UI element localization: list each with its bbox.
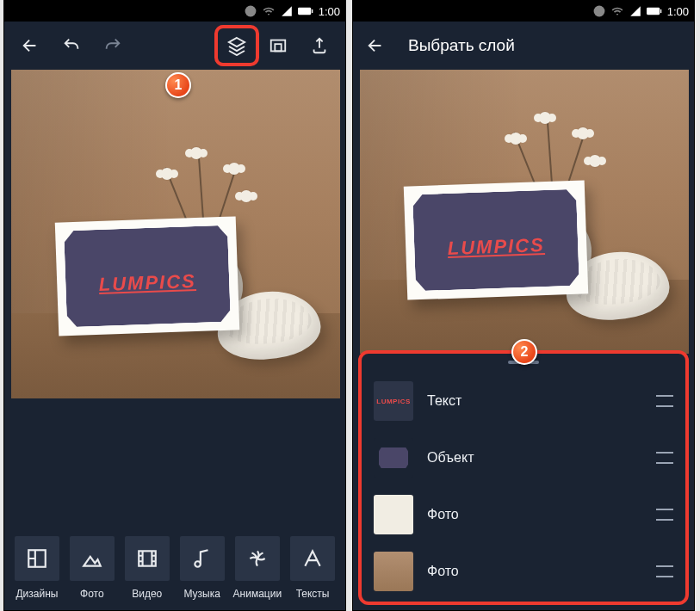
tool-music[interactable]: Музыка	[178, 536, 226, 600]
tool-animations[interactable]: Анимации	[233, 536, 282, 600]
tool-label: Тексты	[296, 588, 330, 600]
signal-icon	[281, 5, 293, 17]
back-button[interactable]	[13, 28, 47, 63]
layer-item-photo[interactable]: Фото	[370, 486, 677, 543]
layers-panel: LUMPICS Текст Объект Фото Фото	[358, 350, 689, 605]
bottom-toolbar: Дизайны Фото Видео Музыка Анимации	[4, 536, 345, 600]
svg-point-0	[245, 6, 256, 17]
status-time: 1:00	[667, 5, 689, 18]
shazam-icon	[593, 5, 605, 17]
signal-icon	[629, 5, 641, 17]
callout-1: 1	[165, 72, 191, 98]
back-button[interactable]	[358, 28, 393, 63]
tool-label: Фото	[80, 588, 104, 600]
layer-thumb	[374, 495, 413, 534]
tool-video[interactable]: Видео	[123, 536, 171, 600]
tool-label: Дизайны	[15, 588, 58, 600]
editor-canvas[interactable]: LUMPICS	[11, 70, 340, 398]
layer-label: Фото	[427, 507, 642, 522]
reorder-handle-icon[interactable]	[656, 395, 673, 407]
wifi-icon	[262, 5, 276, 17]
layer-item-object[interactable]: Объект	[370, 429, 677, 486]
svg-point-7	[593, 6, 604, 17]
tool-designs[interactable]: Дизайны	[13, 536, 61, 600]
reorder-handle-icon[interactable]	[656, 452, 673, 464]
tool-texts[interactable]: Тексты	[288, 536, 337, 600]
layer-item-text[interactable]: LUMPICS Текст	[370, 373, 677, 429]
svg-rect-6	[139, 551, 156, 565]
layer-label: Объект	[427, 450, 642, 466]
battery-icon	[298, 6, 313, 16]
tool-photo[interactable]: Фото	[68, 536, 116, 600]
wifi-icon	[610, 5, 624, 17]
callout-2: 2	[511, 339, 537, 365]
status-time: 1:00	[319, 5, 340, 18]
svg-rect-4	[275, 44, 281, 51]
header-title: Выбрать слой	[408, 36, 515, 55]
layer-thumb	[374, 438, 413, 478]
svg-rect-1	[298, 8, 311, 15]
reorder-handle-icon[interactable]	[656, 565, 673, 577]
svg-rect-3	[271, 40, 286, 52]
tool-label: Видео	[132, 588, 162, 600]
layer-item-photo[interactable]: Фото	[370, 543, 677, 600]
status-bar: 1:00	[353, 1, 694, 22]
resize-button[interactable]	[261, 28, 295, 63]
tool-label: Музыка	[183, 588, 220, 600]
layer-thumb	[374, 552, 413, 591]
phone-layers: 1:00 Выбрать слой	[352, 0, 695, 611]
export-button[interactable]	[302, 28, 337, 63]
layer-label: Текст	[427, 393, 642, 409]
layers-header: Выбрать слой	[353, 22, 694, 70]
layer-label: Фото	[427, 564, 642, 579]
reorder-handle-icon[interactable]	[656, 509, 673, 521]
svg-rect-2	[312, 9, 313, 13]
status-bar: 1:00	[4, 1, 345, 22]
battery-icon	[647, 6, 662, 16]
tool-label: Анимации	[233, 588, 282, 600]
layer-thumb: LUMPICS	[374, 381, 413, 421]
svg-rect-9	[660, 9, 661, 13]
layers-button[interactable]	[220, 28, 254, 63]
redo-button[interactable]	[96, 28, 130, 63]
editor-canvas[interactable]: LUMPICS	[360, 70, 689, 354]
shazam-icon	[245, 5, 257, 17]
editor-toolbar	[4, 22, 345, 70]
undo-button[interactable]	[54, 28, 89, 63]
svg-rect-8	[647, 8, 660, 15]
